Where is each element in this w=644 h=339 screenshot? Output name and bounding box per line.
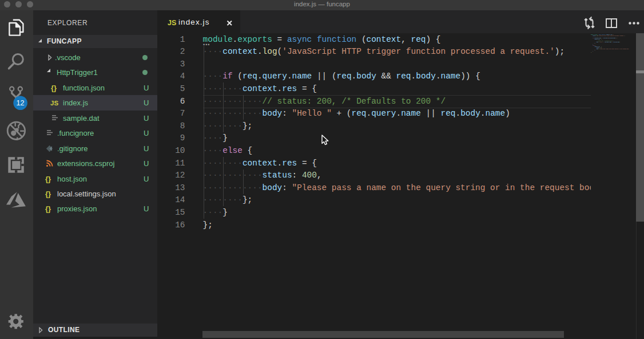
svg-text:12: 12 [17, 99, 25, 107]
